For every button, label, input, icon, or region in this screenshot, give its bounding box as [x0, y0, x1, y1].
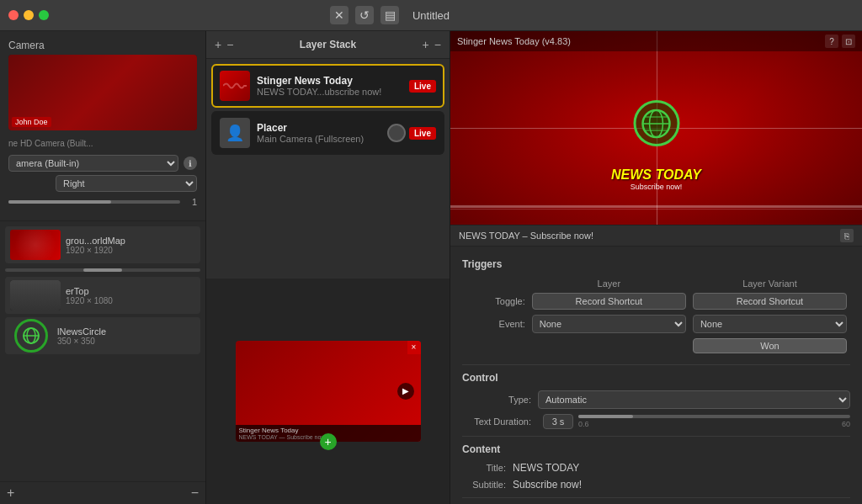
event-select-1[interactable]: None: [532, 315, 686, 333]
mini-play-button[interactable]: ▶: [397, 383, 414, 400]
film-icon[interactable]: ▤: [380, 6, 399, 24]
preview-expand-button[interactable]: ⊡: [842, 34, 855, 48]
camera-info-button[interactable]: ℹ: [184, 157, 197, 170]
layer-item-stinger[interactable]: Stinger News Today NEWS TODAY...ubscribe…: [211, 64, 444, 108]
trigger-event-row: Event: None None: [462, 312, 850, 336]
duration-slider-container: 0.6 60: [578, 415, 850, 428]
trigger-variant-header: Layer Variant: [689, 277, 850, 290]
toggle-shortcut-button-1[interactable]: Record Shortcut: [532, 293, 686, 310]
remove-item-button[interactable]: −: [191, 485, 199, 501]
preview-bar: [450, 205, 862, 208]
stinger-waveform: [223, 80, 247, 92]
layer-placer-sub: Main Camera (Fullscreen): [257, 134, 380, 144]
thumb-preview-top: [10, 280, 61, 310]
right-panel: NEWS TODAY Subscribe now! Stinger News T…: [450, 31, 862, 504]
layer-stinger-info: Stinger News Today NEWS TODAY...ubscribe…: [257, 75, 402, 97]
add-layer-button[interactable]: +: [215, 38, 221, 51]
toggle-btn1-cell: Record Shortcut: [529, 290, 689, 312]
close-button[interactable]: [8, 10, 19, 20]
title-row: Title: NEWS TODAY: [462, 462, 850, 474]
layer-avatar-placer: 👤: [220, 118, 250, 148]
add-item-button[interactable]: +: [7, 485, 14, 501]
toolbar-icons: ✕ ↺ ▤: [330, 6, 399, 24]
triggers-table: Layer Layer Variant Toggle: Record Short…: [462, 277, 850, 356]
text-duration-label: Text Duration:: [462, 416, 538, 427]
close-icon[interactable]: ✕: [330, 6, 349, 24]
list-item[interactable]: erTop 1920 × 1080: [5, 277, 200, 314]
text-duration-value: 3 s: [543, 414, 573, 429]
preview-title: Stinger News Today (v4.83): [457, 36, 571, 46]
minimize-button[interactable]: [24, 10, 34, 20]
duration-slider[interactable]: [578, 415, 850, 418]
toggle-shortcut-button-2[interactable]: Record Shortcut: [693, 293, 847, 310]
layer-stinger-sub: NEWS TODAY...ubscribe now!: [257, 87, 402, 97]
trigger-layer-header: Layer: [529, 277, 689, 290]
preview-news-sub: Subscribe now!: [611, 183, 701, 191]
map-overlay: [10, 230, 61, 260]
align-select[interactable]: Right: [56, 175, 197, 192]
trigger-won-row: Won: [462, 336, 850, 356]
maximize-button[interactable]: [39, 10, 49, 20]
globe-icon: [14, 319, 48, 353]
event-select-2[interactable]: None: [693, 315, 847, 333]
preview-info-button[interactable]: ?: [825, 34, 838, 48]
live-badge[interactable]: Live: [409, 80, 436, 93]
preview-news-today: NEWS TODAY Subscribe now!: [611, 167, 701, 191]
camera-section: Camera John Doe ne HD Camera (Built... a…: [0, 31, 205, 221]
thumb-name: grou...orldMap: [66, 236, 195, 246]
list-item[interactable]: grou...orldMap 1920 × 1920: [5, 226, 200, 263]
subtitle-label: Subtitle:: [462, 480, 513, 490]
layer-knob[interactable]: [387, 124, 406, 142]
layer-stinger-name: Stinger News Today: [257, 75, 402, 87]
mini-preview-container: Stinger News Today NEWS TODAY — Subscrib…: [236, 341, 421, 442]
subtitle-value: Subscribe now!: [513, 479, 850, 491]
won-empty2: [529, 336, 689, 356]
mini-close-button[interactable]: ×: [407, 341, 421, 354]
placer-live-badge[interactable]: Live: [409, 127, 436, 140]
header-right-btns: + −: [423, 38, 441, 51]
preview-header-buttons: ? ⊡: [825, 34, 855, 48]
thumb-info: lNewsCircle 350 × 350: [57, 326, 195, 346]
slider-fill: [8, 200, 111, 204]
slider-thumb: [83, 268, 122, 272]
add-layer-right-button[interactable]: +: [423, 38, 429, 51]
type-select[interactable]: Automatic: [538, 390, 850, 409]
info-bar-copy-button[interactable]: ⎘: [840, 229, 854, 242]
window-title: Untitled: [412, 9, 450, 22]
duration-min-label: 0.6: [578, 420, 589, 428]
thumb-name: lNewsCircle: [57, 326, 195, 337]
event-select1-cell: None: [529, 312, 689, 336]
mini-preview-area: Stinger News Today NEWS TODAY — Subscrib…: [206, 279, 450, 505]
layer-item-placer[interactable]: 👤 Placer Main Camera (Fullscreen) Live: [211, 111, 444, 155]
remove-layer-button[interactable]: −: [226, 38, 233, 51]
control-section-title: Control: [462, 372, 850, 384]
camera-select-row: amera (Built-in) ℹ: [8, 155, 197, 172]
thumb-circle: [10, 321, 52, 351]
main-area: Camera John Doe ne HD Camera (Built... a…: [0, 31, 862, 504]
mini-add-button[interactable]: +: [320, 433, 337, 450]
remove-layer-right-button[interactable]: −: [434, 38, 441, 51]
camera-select[interactable]: amera (Built-in): [8, 155, 178, 172]
type-label: Type:: [462, 395, 538, 405]
thumb-info: grou...orldMap 1920 × 1920: [66, 236, 195, 255]
thumb-name: erTop: [66, 286, 195, 296]
preview-area: NEWS TODAY Subscribe now! Stinger News T…: [450, 31, 862, 225]
duration-slider-fill: [578, 415, 633, 418]
layer-stack-header: + − Layer Stack + −: [206, 31, 450, 59]
list-item[interactable]: lNewsCircle 350 × 350: [5, 317, 200, 354]
refresh-icon[interactable]: ↺: [355, 6, 374, 24]
slider-track: [8, 200, 180, 204]
author-badge: John Doe: [12, 117, 51, 127]
slider-row: 1: [8, 195, 197, 209]
globe-inner: [636, 103, 677, 144]
layer-avatar-stinger: [220, 71, 250, 101]
thumb-size: 1920 × 1080: [66, 296, 195, 305]
left-panel: Camera John Doe ne HD Camera (Built... a…: [0, 31, 206, 504]
camera-title: Camera: [8, 40, 197, 51]
preview-bg: NEWS TODAY Subscribe now!: [450, 31, 862, 225]
divider-1: [462, 364, 850, 365]
text-duration-row: Text Duration: 3 s 0.6 60: [462, 414, 850, 429]
horizontal-slider[interactable]: [5, 268, 200, 272]
placer-avatar-bg: 👤: [220, 118, 250, 148]
info-bar: NEWS TODAY – Subscribe now! ⎘: [450, 225, 862, 247]
